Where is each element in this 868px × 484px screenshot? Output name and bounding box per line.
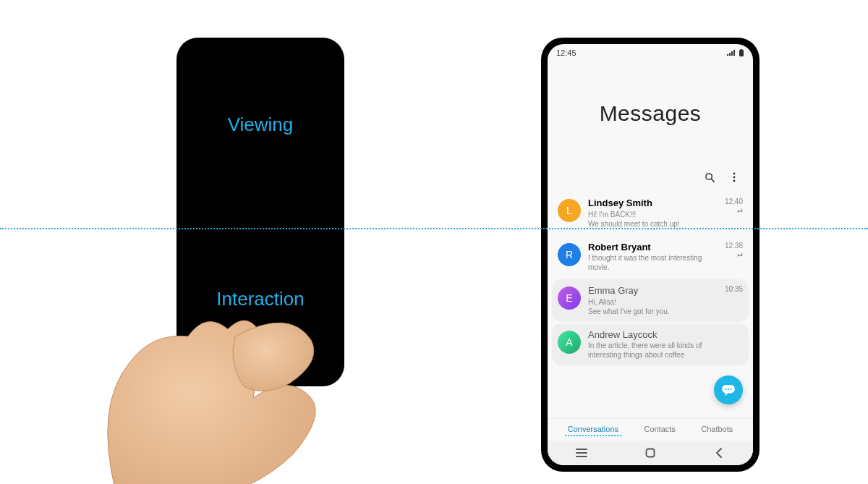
nav-back[interactable] (712, 446, 726, 459)
horizontal-divider (0, 228, 868, 229)
android-nav-bar (548, 441, 753, 465)
tab-chatbots[interactable]: Chatbots (698, 423, 736, 436)
contact-name: Robert Bryant (588, 242, 718, 253)
back-icon (715, 448, 723, 458)
status-time: 12:45 (556, 48, 727, 57)
timestamp: 12:40 (725, 198, 743, 205)
signal-icon (727, 49, 736, 56)
avatar: E (558, 286, 581, 310)
conversation-item[interactable]: R Robert Bryant I thought it was the mos… (552, 236, 749, 279)
bottom-tabs: Conversations Contacts Chatbots (548, 418, 753, 441)
svg-point-5 (733, 177, 736, 179)
more-button[interactable] (728, 171, 740, 183)
conversation-body: Andrew Laycock In the article, there wer… (588, 329, 736, 360)
search-icon (705, 172, 715, 183)
svg-line-3 (711, 179, 714, 182)
timestamp: 12:38 (725, 242, 743, 250)
svg-point-6 (733, 180, 736, 182)
viewing-label: Viewing (228, 114, 294, 136)
phone-screen: 12:45 Messages L (548, 44, 753, 465)
contact-name: Emma Gray (588, 285, 718, 297)
contact-name: Andrew Laycock (588, 329, 736, 341)
interaction-area: Interaction (176, 212, 344, 386)
timestamp: 10:35 (725, 285, 743, 293)
app-header: Messages (548, 61, 753, 192)
status-bar: 12:45 (548, 44, 753, 61)
search-button[interactable] (704, 171, 715, 183)
conversation-body: Emma Gray Hi, Alisa! See what I've got f… (588, 285, 718, 316)
conversation-body: Lindsey Smith Hi! I'm BACK!!! We should … (588, 198, 718, 229)
messages-phone: 12:45 Messages L (541, 38, 760, 472)
conversation-meta: 10:35 (725, 285, 743, 293)
home-icon (645, 448, 655, 458)
svg-point-4 (733, 173, 736, 175)
avatar: L (558, 199, 581, 222)
compose-icon (721, 384, 736, 396)
svg-point-9 (728, 389, 729, 390)
message-preview: I thought it was the most interesting mo… (588, 253, 718, 272)
compose-fab[interactable] (714, 375, 743, 404)
more-icon (733, 172, 736, 182)
nav-recents[interactable] (575, 446, 588, 459)
avatar: A (558, 331, 581, 354)
viewing-area: Viewing (176, 38, 344, 212)
avatar: R (558, 243, 581, 266)
svg-rect-14 (646, 449, 654, 457)
svg-rect-0 (739, 50, 744, 56)
conversation-item[interactable]: E Emma Gray Hi, Alisa! See what I've got… (552, 279, 749, 322)
battery-icon (739, 49, 744, 57)
conversation-body: Robert Bryant I thought it was the most … (588, 242, 718, 273)
tab-conversations[interactable]: Conversations (565, 423, 621, 436)
svg-rect-1 (741, 49, 743, 51)
conversation-meta: 12:38 (725, 242, 743, 259)
header-title-wrap: Messages (548, 61, 753, 166)
nav-home[interactable] (644, 446, 657, 459)
message-preview: Hi, Alisa! See what I've got for you. (588, 297, 718, 316)
conversation-item[interactable]: A Andrew Laycock In the article, there w… (552, 323, 749, 366)
header-actions (548, 166, 753, 192)
message-preview: Hi! I'm BACK!!! We should meet to catch … (588, 210, 718, 229)
message-preview: In the article, there were all kinds of … (588, 341, 736, 360)
svg-point-10 (730, 389, 731, 390)
svg-point-8 (725, 389, 726, 390)
concept-phone: Viewing Interaction (176, 38, 344, 386)
contact-name: Lindsey Smith (588, 198, 718, 209)
status-icons (727, 49, 744, 57)
tab-contacts[interactable]: Contacts (641, 423, 678, 436)
recents-icon (576, 449, 587, 457)
pin-icon (736, 207, 743, 215)
interaction-label: Interaction (216, 288, 304, 310)
page-title: Messages (600, 101, 702, 126)
conversation-meta: 12:40 (725, 198, 743, 215)
pin-icon (736, 251, 743, 259)
